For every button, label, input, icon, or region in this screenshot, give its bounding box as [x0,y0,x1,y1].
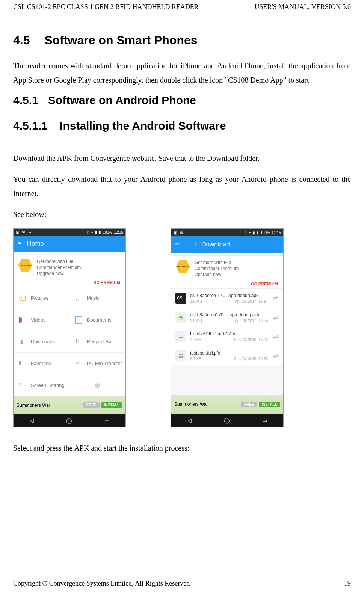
file-date: Apr 18, 2017, 10:50 [235,319,268,323]
premium-badge-label: PREMIUM [20,264,31,267]
premium-promo[interactable]: PREMIUM Get more with File Commander Pre… [14,255,125,288]
heading-main-title: Software on Smart Phones [44,33,197,47]
notif-icon: ✉ [180,231,183,235]
heading-sub1-title: Software on Android Phone [48,94,196,106]
menu-icon[interactable]: ≡ [175,240,180,249]
file-size: 1.8 MB [190,299,202,304]
ad-banner[interactable]: Summoners War FREE INSTALL [171,395,283,414]
breadcrumb-current[interactable]: Download [201,241,230,248]
tile-label: PC File Transfer [87,361,122,366]
tile-label: Videos [31,317,46,323]
share-icon[interactable]: ⇄ [272,314,279,321]
share-icon[interactable]: ⇄ [272,352,279,359]
back-icon[interactable]: ◁ [187,417,192,423]
menu-icon[interactable]: ≡ [17,239,22,248]
status-right: ᛒ ✶ ▮ ▮ 100% 12:15 [87,230,123,234]
battery-pct: 100% [260,231,270,235]
tile-label: Screen Sharing [31,382,65,388]
status-bar: ▣ ✉ ⋯ ᛒ ✶ ▮ ▮ 100% 12:15 [171,229,283,236]
tile-downloads[interactable]: ⬇ Downloads [14,331,69,353]
file-name: cs108ademo-17…-app-debug.apk [190,293,268,298]
ad-banner[interactable]: Summoners War FREE INSTALL [14,396,125,414]
file-name: FreeRADIUS.net-CA.crt [190,331,268,337]
tile-add[interactable]: ⊕ [69,374,125,396]
go-premium-link[interactable]: GO PREMIUM [251,282,278,286]
tile-recycle[interactable]: 🗑 Recycle Bin [69,331,125,353]
heading-sub1: 4.5.1 Software on Android Phone [13,94,351,107]
file-size: 1.8 MB [190,319,202,323]
chevron-right-icon: › [195,241,197,248]
tile-pictures[interactable]: Pictures [14,287,69,309]
bluetooth-icon: ᛒ [245,231,247,235]
plus-icon: ⊕ [94,381,101,390]
promo-line: Commander Premium. [37,264,82,270]
music-icon: ♫ [75,294,82,302]
screenshot-home: ▣ ✉ ⋯ ᛒ ✶ ▮ ▮ 100% 12:15 ≡ Home PREMIUM [13,228,126,427]
ad-install-pill[interactable]: INSTALL [101,402,122,408]
file-icon: ▤ [175,350,186,361]
file-row[interactable]: ▤ FreeRADIUS.net-CA.crt 1.7 KB Sep 23, 2… [171,327,283,346]
pc-icon: 🖥 [75,360,82,367]
document-icon [75,316,82,324]
recents-icon[interactable]: ▭ [262,417,267,423]
svg-point-1 [21,297,22,298]
tile-documents[interactable]: Documents [69,309,125,331]
file-date: Sep 23, 2015, 10:56 [234,357,268,361]
app-bar-download: ≡ … › Download [171,236,283,253]
screenshot-download: ▣ ✉ ⋯ ᛒ ✶ ▮ ▮ 100% 12:15 ≡ … › Download [171,228,284,427]
file-row[interactable]: ◓ cs108ademo170…-app-debug.apk 1.8 MB Ap… [171,308,283,327]
screenshots-row: ▣ ✉ ⋯ ᛒ ✶ ▮ ▮ 100% 12:15 ≡ Home PREMIUM [13,228,351,427]
tile-favorites[interactable]: ▮ Favorites [14,353,69,374]
heading-main: 4.5 Software on Smart Phones [13,33,351,47]
heading-sub2-num: 4.5.1.1 [13,119,48,132]
battery-pct: 100% [103,230,112,234]
promo-text: Get more with File Commander Premium. Up… [37,258,82,277]
bookmark-icon: ▮ [19,360,26,367]
video-icon [19,316,26,324]
ad-free-pill: FREE [83,402,100,408]
signal-icon: ▮ [253,231,255,235]
share-icon[interactable]: ⇄ [272,333,279,340]
tile-screenshare[interactable]: ⧉ Screen Sharing [14,374,69,396]
tile-music[interactable]: ♫ Music [69,287,125,309]
file-row[interactable]: CSL cs108ademo-17…-app-debug.apk 1.8 MB … [171,289,283,308]
tile-label: Documents [87,317,112,323]
tile-label: Favorites [31,361,51,366]
promo-line: Get more with File [195,260,240,266]
back-icon[interactable]: ◁ [30,418,34,424]
breadcrumb-ellipsis[interactable]: … [184,241,190,248]
android-navbar: ◁ ◯ ▭ [171,414,283,427]
battery-icon: ▮ [257,231,259,235]
header-right: USER'S MANUAL, VERSION 5.0 [255,3,351,11]
tile-label: Music [87,295,100,301]
premium-promo[interactable]: PREMIUM Get more with File Commander Pre… [171,256,283,289]
home-icon[interactable]: ◯ [224,417,230,423]
file-date: Sep 23, 2015, 15:26 [234,338,268,342]
ad-install-pill[interactable]: INSTALL [259,402,280,407]
ad-title: Summoners War [174,402,208,407]
recents-icon[interactable]: ▭ [104,418,109,424]
para-seebelow: See below: [13,207,351,222]
tile-label: Downloads [31,339,55,344]
file-row[interactable]: ▤ testuser.full.pfx 3.7 KB Sep 23, 2015,… [171,346,283,365]
tile-videos[interactable]: Videos [14,309,69,331]
promo-line: Commander Premium. [195,266,240,272]
bluetooth-icon: ᛒ [87,230,89,234]
share-icon[interactable]: ⇄ [272,294,279,302]
appbar-title: Home [27,240,44,248]
promo-line: Upgrade now. [195,272,240,278]
file-name: cs108ademo170…-app-debug.apk [190,312,268,317]
notif-icon: ⋯ [27,230,31,234]
wifi-icon: ✶ [91,230,94,234]
tile-pctransfer[interactable]: 🖥 PC File Transfer [69,353,125,374]
notif-icon: ▣ [174,231,177,235]
file-name: testuser.full.pfx [190,350,268,356]
go-premium-link[interactable]: GO PREMIUM [93,280,120,285]
status-right: ᛒ ✶ ▮ ▮ 100% 12:15 [245,231,281,235]
screenshare-icon: ⧉ [19,382,26,389]
footer-page-number: 19 [344,580,351,587]
app-bar-home: ≡ Home [14,236,125,252]
heading-main-num: 4.5 [13,33,30,47]
home-icon[interactable]: ◯ [66,418,72,424]
clock: 12:15 [272,231,281,235]
